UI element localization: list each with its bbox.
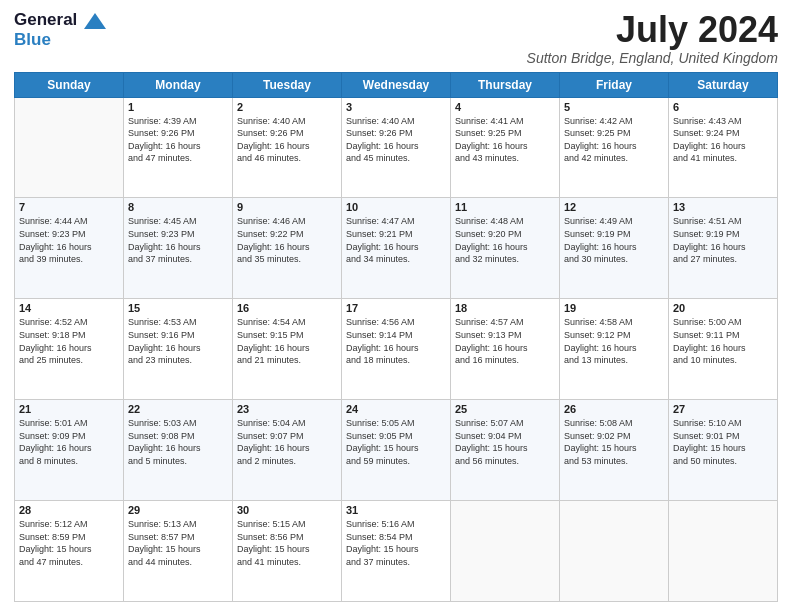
- day-cell: 26Sunrise: 5:08 AM Sunset: 9:02 PM Dayli…: [560, 400, 669, 501]
- day-number: 29: [128, 504, 228, 516]
- day-cell: [560, 501, 669, 602]
- day-info: Sunrise: 4:42 AM Sunset: 9:25 PM Dayligh…: [564, 115, 664, 165]
- day-cell: 4Sunrise: 4:41 AM Sunset: 9:25 PM Daylig…: [451, 97, 560, 198]
- day-info: Sunrise: 5:16 AM Sunset: 8:54 PM Dayligh…: [346, 518, 446, 568]
- day-info: Sunrise: 4:51 AM Sunset: 9:19 PM Dayligh…: [673, 215, 773, 265]
- day-number: 16: [237, 302, 337, 314]
- day-number: 18: [455, 302, 555, 314]
- day-cell: 31Sunrise: 5:16 AM Sunset: 8:54 PM Dayli…: [342, 501, 451, 602]
- day-number: 21: [19, 403, 119, 415]
- day-number: 23: [237, 403, 337, 415]
- day-info: Sunrise: 4:41 AM Sunset: 9:25 PM Dayligh…: [455, 115, 555, 165]
- day-number: 24: [346, 403, 446, 415]
- day-number: 20: [673, 302, 773, 314]
- day-number: 7: [19, 201, 119, 213]
- day-number: 4: [455, 101, 555, 113]
- day-cell: 24Sunrise: 5:05 AM Sunset: 9:05 PM Dayli…: [342, 400, 451, 501]
- day-cell: 13Sunrise: 4:51 AM Sunset: 9:19 PM Dayli…: [669, 198, 778, 299]
- day-info: Sunrise: 4:56 AM Sunset: 9:14 PM Dayligh…: [346, 316, 446, 366]
- day-number: 12: [564, 201, 664, 213]
- day-info: Sunrise: 4:53 AM Sunset: 9:16 PM Dayligh…: [128, 316, 228, 366]
- day-number: 17: [346, 302, 446, 314]
- day-info: Sunrise: 4:46 AM Sunset: 9:22 PM Dayligh…: [237, 215, 337, 265]
- weekday-header-row: Sunday Monday Tuesday Wednesday Thursday…: [15, 72, 778, 97]
- week-row-1: 1Sunrise: 4:39 AM Sunset: 9:26 PM Daylig…: [15, 97, 778, 198]
- day-info: Sunrise: 5:15 AM Sunset: 8:56 PM Dayligh…: [237, 518, 337, 568]
- page: General Blue July 2024 Sutton Bridge, En…: [0, 0, 792, 612]
- header-sunday: Sunday: [15, 72, 124, 97]
- day-cell: 23Sunrise: 5:04 AM Sunset: 9:07 PM Dayli…: [233, 400, 342, 501]
- header-wednesday: Wednesday: [342, 72, 451, 97]
- logo-line2: Blue: [14, 30, 106, 50]
- day-info: Sunrise: 5:04 AM Sunset: 9:07 PM Dayligh…: [237, 417, 337, 467]
- day-cell: 8Sunrise: 4:45 AM Sunset: 9:23 PM Daylig…: [124, 198, 233, 299]
- day-info: Sunrise: 5:07 AM Sunset: 9:04 PM Dayligh…: [455, 417, 555, 467]
- week-row-4: 21Sunrise: 5:01 AM Sunset: 9:09 PM Dayli…: [15, 400, 778, 501]
- logo: General Blue: [14, 10, 106, 49]
- day-number: 22: [128, 403, 228, 415]
- day-info: Sunrise: 5:05 AM Sunset: 9:05 PM Dayligh…: [346, 417, 446, 467]
- day-info: Sunrise: 4:47 AM Sunset: 9:21 PM Dayligh…: [346, 215, 446, 265]
- day-number: 31: [346, 504, 446, 516]
- day-info: Sunrise: 5:10 AM Sunset: 9:01 PM Dayligh…: [673, 417, 773, 467]
- day-info: Sunrise: 4:48 AM Sunset: 9:20 PM Dayligh…: [455, 215, 555, 265]
- day-cell: 30Sunrise: 5:15 AM Sunset: 8:56 PM Dayli…: [233, 501, 342, 602]
- day-number: 30: [237, 504, 337, 516]
- day-info: Sunrise: 4:43 AM Sunset: 9:24 PM Dayligh…: [673, 115, 773, 165]
- day-number: 14: [19, 302, 119, 314]
- day-cell: 22Sunrise: 5:03 AM Sunset: 9:08 PM Dayli…: [124, 400, 233, 501]
- day-cell: 9Sunrise: 4:46 AM Sunset: 9:22 PM Daylig…: [233, 198, 342, 299]
- day-cell: 5Sunrise: 4:42 AM Sunset: 9:25 PM Daylig…: [560, 97, 669, 198]
- day-info: Sunrise: 4:54 AM Sunset: 9:15 PM Dayligh…: [237, 316, 337, 366]
- day-number: 3: [346, 101, 446, 113]
- day-cell: 17Sunrise: 4:56 AM Sunset: 9:14 PM Dayli…: [342, 299, 451, 400]
- day-cell: 21Sunrise: 5:01 AM Sunset: 9:09 PM Dayli…: [15, 400, 124, 501]
- calendar: Sunday Monday Tuesday Wednesday Thursday…: [14, 72, 778, 602]
- day-cell: 12Sunrise: 4:49 AM Sunset: 9:19 PM Dayli…: [560, 198, 669, 299]
- day-cell: [15, 97, 124, 198]
- day-number: 26: [564, 403, 664, 415]
- main-title: July 2024: [527, 10, 778, 50]
- day-number: 27: [673, 403, 773, 415]
- header-saturday: Saturday: [669, 72, 778, 97]
- day-number: 1: [128, 101, 228, 113]
- day-number: 19: [564, 302, 664, 314]
- day-number: 9: [237, 201, 337, 213]
- day-cell: 10Sunrise: 4:47 AM Sunset: 9:21 PM Dayli…: [342, 198, 451, 299]
- subtitle: Sutton Bridge, England, United Kingdom: [527, 50, 778, 66]
- day-info: Sunrise: 4:49 AM Sunset: 9:19 PM Dayligh…: [564, 215, 664, 265]
- day-info: Sunrise: 5:08 AM Sunset: 9:02 PM Dayligh…: [564, 417, 664, 467]
- day-info: Sunrise: 4:39 AM Sunset: 9:26 PM Dayligh…: [128, 115, 228, 165]
- logo-line1: General: [14, 10, 106, 30]
- day-number: 28: [19, 504, 119, 516]
- day-cell: 3Sunrise: 4:40 AM Sunset: 9:26 PM Daylig…: [342, 97, 451, 198]
- day-number: 6: [673, 101, 773, 113]
- day-info: Sunrise: 4:40 AM Sunset: 9:26 PM Dayligh…: [346, 115, 446, 165]
- header-thursday: Thursday: [451, 72, 560, 97]
- day-cell: [669, 501, 778, 602]
- day-cell: 15Sunrise: 4:53 AM Sunset: 9:16 PM Dayli…: [124, 299, 233, 400]
- day-cell: 16Sunrise: 4:54 AM Sunset: 9:15 PM Dayli…: [233, 299, 342, 400]
- day-info: Sunrise: 4:44 AM Sunset: 9:23 PM Dayligh…: [19, 215, 119, 265]
- day-number: 13: [673, 201, 773, 213]
- header: General Blue July 2024 Sutton Bridge, En…: [14, 10, 778, 66]
- day-number: 10: [346, 201, 446, 213]
- day-info: Sunrise: 5:00 AM Sunset: 9:11 PM Dayligh…: [673, 316, 773, 366]
- day-info: Sunrise: 5:03 AM Sunset: 9:08 PM Dayligh…: [128, 417, 228, 467]
- day-cell: 11Sunrise: 4:48 AM Sunset: 9:20 PM Dayli…: [451, 198, 560, 299]
- day-info: Sunrise: 4:40 AM Sunset: 9:26 PM Dayligh…: [237, 115, 337, 165]
- day-cell: 29Sunrise: 5:13 AM Sunset: 8:57 PM Dayli…: [124, 501, 233, 602]
- svg-marker-0: [84, 13, 106, 29]
- day-info: Sunrise: 4:45 AM Sunset: 9:23 PM Dayligh…: [128, 215, 228, 265]
- day-number: 11: [455, 201, 555, 213]
- week-row-2: 7Sunrise: 4:44 AM Sunset: 9:23 PM Daylig…: [15, 198, 778, 299]
- day-cell: 18Sunrise: 4:57 AM Sunset: 9:13 PM Dayli…: [451, 299, 560, 400]
- day-cell: 27Sunrise: 5:10 AM Sunset: 9:01 PM Dayli…: [669, 400, 778, 501]
- day-info: Sunrise: 4:57 AM Sunset: 9:13 PM Dayligh…: [455, 316, 555, 366]
- day-number: 15: [128, 302, 228, 314]
- day-info: Sunrise: 5:13 AM Sunset: 8:57 PM Dayligh…: [128, 518, 228, 568]
- header-monday: Monday: [124, 72, 233, 97]
- day-info: Sunrise: 4:52 AM Sunset: 9:18 PM Dayligh…: [19, 316, 119, 366]
- day-cell: 19Sunrise: 4:58 AM Sunset: 9:12 PM Dayli…: [560, 299, 669, 400]
- logo-general: General: [14, 10, 77, 29]
